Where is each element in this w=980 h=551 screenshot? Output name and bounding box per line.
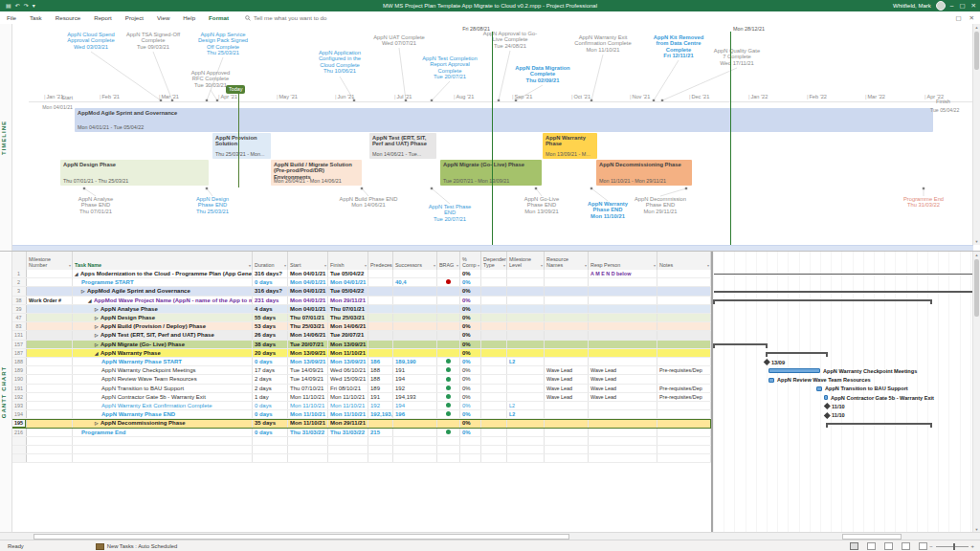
scroll-up-icon[interactable]: ▲ xyxy=(973,252,980,258)
ribbon-tab-resource[interactable]: Resource xyxy=(49,11,87,24)
ribbon-tab-file[interactable]: File xyxy=(0,11,23,24)
table-row[interactable]: 131▷AppN Test (ERT, SIT, Perf and UAT) P… xyxy=(11,331,711,340)
timeline-bar-4[interactable]: AppN Warranty PhaseMon 13/09/21 - M... xyxy=(543,133,597,159)
close-icon[interactable]: ✕ xyxy=(971,0,976,11)
task-usage-view-button[interactable] xyxy=(867,542,876,550)
zoom-slider-handle[interactable] xyxy=(953,543,956,550)
expand-outline-icon[interactable]: ▷ xyxy=(95,323,100,330)
ribbon-tab-task[interactable]: Task xyxy=(23,11,49,24)
filter-icon[interactable]: ▾ xyxy=(284,263,286,269)
restore-icon[interactable]: ▢ xyxy=(955,14,961,22)
scroll-up-icon[interactable]: ▲ xyxy=(973,24,980,31)
column-header-pct[interactable]: % Comp▾ xyxy=(460,252,481,270)
filter-icon[interactable]: ▾ xyxy=(434,263,435,269)
table-row[interactable]: 216Programme End0 daysThu 31/03/22Thu 31… xyxy=(11,429,711,437)
scroll-thumb[interactable] xyxy=(974,259,979,317)
column-header-brag[interactable]: BRAG▾ xyxy=(437,252,460,270)
report-view-button[interactable] xyxy=(919,542,927,550)
column-header-rp[interactable]: Resp Person▾ xyxy=(589,252,657,270)
expand-outline-icon[interactable]: ▷ xyxy=(95,342,100,348)
undo-icon[interactable]: ↶ xyxy=(15,0,20,11)
gantt-summary-bar[interactable] xyxy=(714,291,972,293)
gantt-chart-view-button[interactable] xyxy=(850,542,858,550)
timeline-callout[interactable]: AppN Kit Removed from Data Centre Comple… xyxy=(653,34,704,59)
expand-outline-icon[interactable]: ▷ xyxy=(95,420,100,427)
ribbon-tab-help[interactable]: Help xyxy=(176,11,202,24)
restore-icon[interactable]: ▢ xyxy=(959,0,965,11)
gantt-summary-bar[interactable] xyxy=(714,299,931,301)
scroll-thumb[interactable] xyxy=(974,32,979,70)
gantt-summary-bar[interactable] xyxy=(714,343,767,345)
timeline-bar-7[interactable]: AppN Migrate (Go- Live) PhaseTue 20/07/2… xyxy=(440,160,542,186)
gantt-milestone-icon[interactable] xyxy=(764,359,769,364)
collapse-outline-icon[interactable]: ◢ xyxy=(95,350,100,357)
ribbon-tab-project[interactable]: Project xyxy=(119,11,150,24)
filter-icon[interactable]: ▾ xyxy=(457,263,458,269)
timeline-callout[interactable]: AppN Design Phase ENDThu 25/03/21 xyxy=(189,196,236,214)
column-header-pred[interactable]: Predeces▾ xyxy=(368,252,393,270)
timeline-pane-label-strip[interactable]: TIMELINE xyxy=(0,24,12,251)
timeline-bar-5[interactable]: AppN Design PhaseThu 07/01/21 - Thu 25/0… xyxy=(60,160,209,186)
expand-outline-icon[interactable]: ▷ xyxy=(95,332,100,339)
filter-icon[interactable]: ▾ xyxy=(69,263,71,269)
gantt-summary-bar[interactable] xyxy=(827,423,931,425)
filter-icon[interactable]: ▾ xyxy=(324,263,326,269)
ribbon-tab-format[interactable]: Format xyxy=(202,11,235,24)
gantt-milestone-icon[interactable] xyxy=(824,412,830,418)
gantt-task-bar[interactable] xyxy=(768,368,820,373)
timeline-callout[interactable]: AppN Data Migration CompleteThu 02/09/21 xyxy=(514,65,571,83)
table-row[interactable]: 3▷AppMod Agile Sprint and Governance316 … xyxy=(11,287,711,296)
table-row[interactable]: 191AppN Transition to BAU Support2 daysT… xyxy=(11,385,711,393)
collapse-outline-icon[interactable]: ◢ xyxy=(88,298,94,304)
timeline-callout[interactable]: AppN Build Phase ENDMon 14/06/21 xyxy=(339,196,398,209)
table-row[interactable]: 83▷AppN Build (Provision / Deploy) Phase… xyxy=(11,322,711,331)
expand-outline-icon[interactable]: ▷ xyxy=(81,288,87,295)
timeline-callout[interactable]: AppN Approval to Go-Live CompleteTue 24/… xyxy=(480,31,540,49)
tell-me-search[interactable]: Tell me what you want to do xyxy=(245,14,326,21)
gantt-summary-bar[interactable] xyxy=(714,274,972,276)
table-row[interactable]: 193AppN Warranty Exit Confirmation Compl… xyxy=(11,402,711,410)
filter-icon[interactable]: ▾ xyxy=(503,263,505,269)
table-row[interactable]: 2Programme START0 daysMon 04/01/21Mon 04… xyxy=(11,278,711,287)
column-header-succ[interactable]: Successors▾ xyxy=(393,252,437,270)
redo-icon[interactable]: ↷ xyxy=(24,0,29,11)
user-avatar[interactable] xyxy=(936,1,946,11)
timeline-callout[interactable]: AppN Go-Live Phase ENDMon 13/09/21 xyxy=(516,196,568,214)
column-header-no[interactable]: Notes▾ xyxy=(657,252,711,270)
column-header-dep[interactable]: Depender Type▾ xyxy=(481,252,507,270)
column-header-gut[interactable] xyxy=(11,252,27,270)
timeline-bar-3[interactable]: AppN Test (ERT, SIT, Perf and UAT) Phase… xyxy=(369,133,436,159)
save-icon[interactable]: ▤ xyxy=(6,0,11,11)
resource-sheet-view-button[interactable] xyxy=(902,542,910,550)
timeline-callout[interactable]: AppN UAT CompleteWed 07/07/21 xyxy=(369,34,429,47)
table-row[interactable] xyxy=(11,454,711,463)
filter-icon[interactable]: ▾ xyxy=(365,263,367,269)
gantt-task-bar[interactable] xyxy=(824,395,828,400)
timeline-callout[interactable]: AppN App Service Design Pack Signed Off … xyxy=(196,32,250,56)
gantt-milestone-icon[interactable] xyxy=(824,403,830,408)
filter-icon[interactable]: ▾ xyxy=(541,263,543,269)
column-header-finish[interactable]: Finish▾ xyxy=(328,252,368,270)
timeline-bar-6[interactable]: AppN Build / Migrate Solution (Pre-prod/… xyxy=(271,160,362,186)
table-row[interactable]: 195▷AppN Decommissioning Phase35 daysMon… xyxy=(11,419,711,428)
timeline-vertical-scrollbar[interactable]: ▲ ▼ xyxy=(972,24,980,245)
gantt-task-bar[interactable] xyxy=(816,386,822,391)
table-row[interactable]: 192AppN Contractor Gate 5b - Warranty Ex… xyxy=(11,393,711,402)
table-row[interactable]: 194AppN Warranty Phase END0 daysMon 11/1… xyxy=(11,410,711,419)
table-row[interactable]: 38Work Order #◢AppMod Wave Project Name … xyxy=(11,297,711,305)
customize-quick-access-icon[interactable]: ▾ xyxy=(33,0,35,11)
timeline-bar-8[interactable]: AppN Decommissioning PhaseMon 11/10/21 -… xyxy=(596,160,692,186)
ribbon-tab-report[interactable]: Report xyxy=(87,11,119,24)
filter-icon[interactable]: ▾ xyxy=(249,263,251,269)
column-header-start[interactable]: Start▾ xyxy=(288,252,328,270)
table-gantt-splitter[interactable] xyxy=(711,252,713,533)
table-row[interactable]: 1◢Apps Modernization to the Cloud - Prog… xyxy=(11,270,711,278)
gantt-vertical-scrollbar[interactable]: ▲ ▼ xyxy=(972,252,980,533)
expand-outline-icon[interactable]: ▷ xyxy=(95,306,100,313)
timeline-callout[interactable]: AppN Analyse Phase ENDThu 07/01/21 xyxy=(70,196,122,214)
table-row[interactable]: 39▷AppN Analyse Phase4 daysMon 04/01/21T… xyxy=(11,305,711,314)
ribbon-tab-view[interactable]: View xyxy=(150,11,176,24)
table-row[interactable]: 47▷AppN Design Phase55 daysThu 07/01/21T… xyxy=(11,314,711,322)
timeline-callout[interactable]: AppN Cloud Spend Approval CompleteWed 03… xyxy=(65,32,117,50)
filter-icon[interactable]: ▾ xyxy=(585,263,587,269)
